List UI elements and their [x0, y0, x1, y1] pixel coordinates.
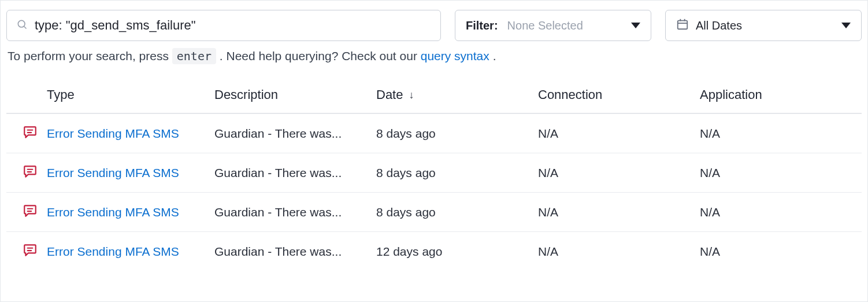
svg-line-1 — [24, 26, 27, 28]
application-cell: N/A — [700, 166, 862, 180]
table-row[interactable]: Error Sending MFA SMSGuardian - There wa… — [6, 232, 862, 271]
date-cell: 8 days ago — [376, 127, 538, 141]
logs-table: Type Description Date ↓ Connection Appli… — [6, 79, 862, 271]
error-bubble-icon — [23, 124, 38, 142]
calendar-icon — [676, 18, 689, 34]
date-cell: 8 days ago — [376, 166, 538, 180]
connection-cell: N/A — [538, 245, 700, 259]
row-icon-cell — [6, 203, 47, 221]
row-icon-cell — [6, 242, 47, 260]
application-cell: N/A — [700, 205, 862, 219]
description-cell: Guardian - There was... — [214, 245, 376, 259]
row-icon-cell — [6, 124, 47, 142]
helper-prefix: To perform your search, press — [8, 49, 172, 62]
error-bubble-icon — [23, 203, 38, 221]
col-type[interactable]: Type — [47, 87, 214, 102]
table-header: Type Description Date ↓ Connection Appli… — [6, 79, 862, 114]
application-cell: N/A — [700, 127, 862, 141]
date-cell: 8 days ago — [376, 205, 538, 219]
description-cell: Guardian - There was... — [214, 166, 376, 180]
description-cell: Guardian - There was... — [214, 127, 376, 141]
col-application[interactable]: Application — [700, 87, 862, 102]
search-icon — [16, 19, 28, 33]
col-connection[interactable]: Connection — [538, 87, 700, 102]
svg-point-0 — [18, 20, 25, 27]
error-bubble-icon — [23, 164, 38, 182]
date-filter-value: All Dates — [696, 19, 742, 32]
helper-mid: . Need help querying? Check out our — [220, 49, 421, 62]
table-row[interactable]: Error Sending MFA SMSGuardian - There wa… — [6, 153, 862, 193]
table-row[interactable]: Error Sending MFA SMSGuardian - There wa… — [6, 114, 862, 153]
search-box[interactable] — [6, 10, 441, 41]
filter-value: None Selected — [507, 19, 583, 32]
chevron-down-icon — [631, 23, 640, 28]
filter-label: Filter: — [466, 19, 498, 32]
filter-dropdown[interactable]: Filter: None Selected — [455, 10, 651, 41]
connection-cell: N/A — [538, 166, 700, 180]
enter-key: enter — [172, 48, 216, 64]
table-row[interactable]: Error Sending MFA SMSGuardian - There wa… — [6, 193, 862, 232]
connection-cell: N/A — [538, 127, 700, 141]
error-bubble-icon — [23, 242, 38, 260]
col-date[interactable]: Date ↓ — [376, 87, 538, 102]
application-cell: N/A — [700, 245, 862, 259]
query-syntax-link[interactable]: query syntax — [421, 49, 489, 62]
sort-down-icon: ↓ — [409, 89, 414, 101]
description-cell: Guardian - There was... — [214, 205, 376, 219]
type-cell[interactable]: Error Sending MFA SMS — [47, 166, 214, 180]
date-dropdown[interactable]: All Dates — [665, 10, 862, 41]
search-input[interactable] — [35, 18, 431, 33]
type-cell[interactable]: Error Sending MFA SMS — [47, 205, 214, 219]
helper-text: To perform your search, press enter . Ne… — [6, 49, 862, 63]
date-cell: 12 days ago — [376, 245, 538, 259]
svg-rect-2 — [678, 20, 688, 29]
chevron-down-icon — [841, 23, 851, 28]
col-date-label: Date — [376, 87, 403, 102]
type-cell[interactable]: Error Sending MFA SMS — [47, 245, 214, 259]
row-icon-cell — [6, 164, 47, 182]
helper-suffix: . — [493, 49, 496, 62]
connection-cell: N/A — [538, 205, 700, 219]
col-description[interactable]: Description — [214, 87, 376, 102]
type-cell[interactable]: Error Sending MFA SMS — [47, 127, 214, 141]
